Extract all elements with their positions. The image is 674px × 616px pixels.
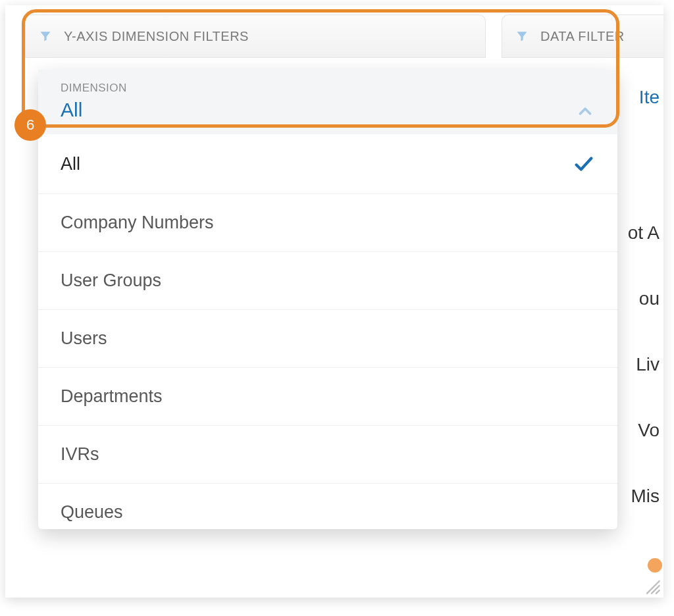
dimension-option-users[interactable]: Users: [38, 310, 617, 368]
option-label: Users: [61, 328, 107, 349]
dimension-header-text: DIMENSION All: [61, 82, 127, 121]
dimension-option-list: All Company Numbers User Groups Users De…: [38, 134, 617, 529]
dimension-option-ivrs[interactable]: IVRs: [38, 426, 617, 484]
callout-badge: 6: [14, 109, 46, 141]
bg-row-partial: ot A: [628, 222, 660, 244]
dimension-option-queues[interactable]: Queues: [38, 484, 617, 529]
bg-row-partial: ou: [639, 288, 660, 309]
svg-line-2: [656, 590, 660, 594]
option-label: Departments: [61, 386, 163, 407]
filter-tabs: Y-AXIS DIMENSION FILTERS DATA FILTER: [25, 14, 663, 59]
option-label: User Groups: [61, 270, 161, 291]
tab-label: Y-AXIS DIMENSION FILTERS: [64, 29, 249, 44]
bg-row-partial: Mis: [631, 486, 660, 507]
dimension-option-departments[interactable]: Departments: [38, 368, 617, 426]
items-link-partial[interactable]: Ite: [639, 87, 660, 108]
resize-grip-icon[interactable]: [642, 577, 661, 595]
tab-yaxis-dimension-filters[interactable]: Y-AXIS DIMENSION FILTERS: [25, 14, 486, 58]
check-icon: [573, 153, 595, 175]
orange-pill-partial: [648, 558, 662, 573]
option-label: All: [61, 154, 80, 174]
bg-row-partial: Liv: [636, 354, 660, 375]
option-label: Queues: [61, 502, 123, 523]
chevron-up-icon: [575, 101, 595, 121]
tab-data-filter[interactable]: DATA FILTER: [502, 14, 663, 58]
dimension-option-company-numbers[interactable]: Company Numbers: [38, 194, 617, 252]
funnel-icon: [39, 30, 52, 43]
option-label: IVRs: [61, 444, 99, 465]
dimension-dropdown-header[interactable]: DIMENSION All: [38, 70, 617, 134]
filter-dialog-canvas: Y-AXIS DIMENSION FILTERS DATA FILTER Ite…: [5, 5, 663, 598]
dimension-selected-value: All: [61, 99, 127, 121]
dimension-label: DIMENSION: [61, 82, 127, 95]
bg-row-partial: Vo: [638, 420, 660, 441]
tab-label: DATA FILTER: [540, 29, 625, 44]
callout-badge-number: 6: [26, 116, 34, 134]
dimension-option-all[interactable]: All: [38, 134, 617, 194]
dimension-option-user-groups[interactable]: User Groups: [38, 252, 617, 310]
option-label: Company Numbers: [61, 213, 214, 233]
dimension-dropdown: DIMENSION All All Company Numbers User G…: [38, 70, 617, 529]
funnel-icon: [515, 30, 529, 43]
